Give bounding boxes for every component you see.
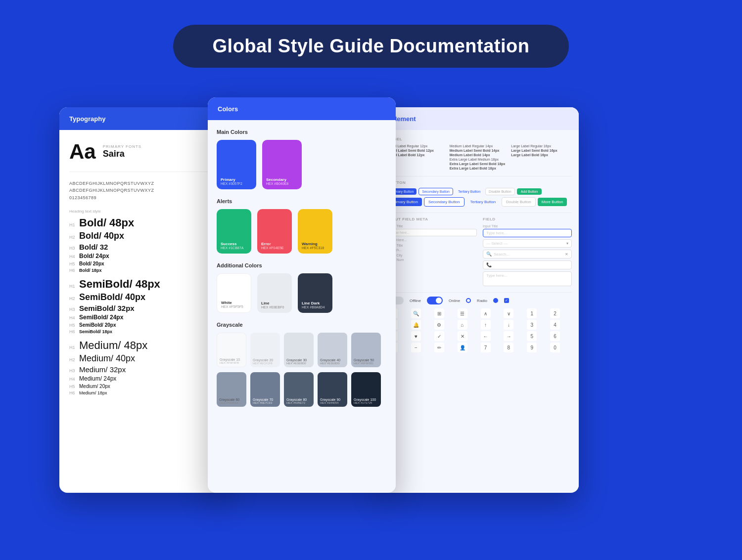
additional-colors-title: Additional Colors: [217, 262, 387, 268]
add-button-1[interactable]: Add Button: [517, 188, 542, 195]
icon-grid: ⊞: [434, 308, 444, 318]
gray-20: Grayscale 20 HEX #ECF1F8: [250, 333, 280, 367]
elements-card-header: Element: [381, 107, 579, 130]
icon-num-4: 4: [550, 320, 560, 330]
gray-30: Grayscale 30 HEX #E3E8D0: [284, 333, 314, 367]
icon-chevron-up: ∧: [481, 308, 491, 318]
toggle-on[interactable]: [427, 297, 443, 304]
input-title-field[interactable]: Type here...: [388, 229, 477, 236]
gray-80: Grayscale 80 HEX #505E72: [284, 372, 314, 407]
secondary-button-2[interactable]: Secondary Button: [424, 197, 464, 207]
icon-bell: 🔔: [411, 320, 421, 330]
font-alphabet: ABCDEFGHIJKLMNOPQRSTUVWXYZ ABCDEFGHIJKLM…: [69, 180, 218, 201]
icon-num-1: 1: [527, 308, 537, 318]
icon-edit: ✏: [434, 343, 444, 352]
typography-card-header: Typography: [59, 107, 228, 130]
labels-section: LABEL Small Label Regular 12px Medium La…: [388, 137, 572, 170]
icon-home: ⌂: [458, 320, 467, 330]
tertiary-button-1[interactable]: Tertiary Button: [455, 188, 483, 195]
icon-arrow-left: ←: [481, 331, 491, 341]
primary-swatch: Primary HEX #3057F2: [217, 140, 256, 189]
cards-container: Typography Aa PRIMARY FONTS Saira ABCDEF…: [59, 92, 683, 498]
main-colors-row: Primary HEX #3057F2 Secondary HEX #B040E…: [217, 140, 387, 189]
icon-close: ✕: [458, 331, 467, 341]
icon-num-9: 9: [527, 343, 537, 352]
textarea-input[interactable]: Type here...: [483, 271, 572, 286]
icon-num-0: 0: [550, 343, 560, 352]
secondary-swatch: Secondary HEX #B040E8: [262, 140, 302, 189]
line-swatch: Line HEX #E8EBF0: [257, 273, 292, 313]
colors-content: Main Colors Primary HEX #3057F2 Secondar…: [208, 120, 396, 492]
warning-swatch: Warning HEX #F5C318: [298, 209, 332, 254]
elements-content: LABEL Small Label Regular 12px Medium La…: [381, 130, 579, 492]
icon-num-7: 7: [481, 343, 491, 352]
secondary-button-1[interactable]: Secondary Button: [418, 188, 453, 195]
double-button[interactable]: Double Button: [502, 197, 536, 207]
additional-colors-row: White HEX #F5F5F5 Line HEX #E8EBF0 Line …: [217, 273, 387, 313]
alerts-title: Alerts: [217, 198, 387, 204]
icon-person: 👤: [458, 343, 467, 352]
icon-num-5: 5: [527, 331, 537, 341]
icon-chevron-down: ∨: [504, 308, 513, 318]
buttons-section-label: BUTTON: [388, 180, 572, 185]
font-label: PRIMARY FONTS: [103, 144, 142, 149]
inputs-section: INPUT FIELD META Input Title Type here..…: [388, 217, 572, 286]
grayscale-row-1: Grayscale 10 HEX #F9F9FB Grayscale 20 HE…: [217, 333, 387, 367]
icons-section: 👤 🔍 ⊞ ☰ ∧ ∨ 1 2 🔒 🔔 ⚙ ⌂ ↑ ↓ 3 4 ★: [388, 308, 572, 352]
bold-headings: H1Bold/ 48px H2Bold/ 40px H3Bold/ 32 H4B…: [69, 216, 218, 273]
icon-check: ✓: [434, 331, 444, 341]
error-swatch: Error HEX #F04E5E: [257, 209, 292, 254]
font-aa: Aa: [69, 140, 96, 164]
typography-card-label: Typography: [69, 115, 105, 123]
grayscale-row-2: Grayscale 60 HEX #8A96AA Grayscale 70 HE…: [217, 372, 387, 407]
success-swatch: Success HEX #1CB87A: [217, 209, 251, 254]
icon-minus: −: [411, 343, 421, 352]
gray-10: Grayscale 10 HEX #F9F9FB: [217, 333, 246, 367]
typography-content: Aa PRIMARY FONTS Saira ABCDEFGHIJKLMNOPQ…: [59, 130, 228, 410]
page-title: Global Style Guide Documentation: [213, 36, 530, 57]
gray-40: Grayscale 40 HEX #E3E8D0: [318, 333, 347, 367]
font-info: PRIMARY FONTS Saira: [103, 144, 142, 159]
grayscale-title: Grayscale: [217, 322, 387, 328]
buttons-section: BUTTON Primary Button Secondary Button T…: [388, 180, 572, 207]
icon-num-6: 6: [550, 331, 560, 341]
search-input[interactable]: 🔍 Search... ✕: [483, 250, 572, 258]
icon-arrow-right: →: [504, 331, 513, 341]
disable-button-1[interactable]: Disable Button: [485, 188, 515, 195]
active-input[interactable]: Type here...: [483, 229, 572, 237]
elements-card: Element LABEL Small Label Regular 12px M…: [381, 107, 579, 493]
checkbox-checked[interactable]: ✓: [504, 298, 509, 303]
icon-list: ☰: [458, 308, 467, 318]
heading-section-label: Heading text style: [69, 209, 218, 214]
white-swatch: White HEX #F5F5F5: [217, 273, 251, 313]
select-input[interactable]: — Select — ▾: [483, 239, 572, 248]
semibold-headings: H1SemiBold/ 48px H2SemiBold/ 40px H3Semi…: [69, 278, 218, 334]
colors-card: Colors Main Colors Primary HEX #3057F2 S…: [208, 97, 396, 493]
icon-heart: ♥: [411, 331, 421, 341]
radio-filled[interactable]: [493, 298, 498, 303]
medium-headings: H1Medium/ 48px H2Medium/ 40px H3Medium/ …: [69, 339, 218, 395]
colors-card-label: Colors: [218, 105, 238, 113]
icon-num-3: 3: [527, 320, 537, 330]
tertiary-button-2[interactable]: Tertiary Button: [466, 198, 500, 206]
icon-input[interactable]: 📞: [483, 260, 572, 269]
line-dark-swatch: Line Dark HEX #B8A8D4: [298, 273, 332, 313]
gray-100: Grayscale 100 HEX #171725: [351, 372, 381, 407]
radio-empty[interactable]: [466, 298, 471, 303]
icon-settings: ⚙: [434, 320, 444, 330]
icon-num-2: 2: [550, 308, 560, 318]
icon-num-8: 8: [504, 343, 513, 352]
more-button[interactable]: More Button: [538, 198, 567, 206]
gray-70: Grayscale 70 HEX #6E7C93: [250, 372, 280, 407]
gray-50: Grayscale 50 HEX #8F9FBD: [351, 333, 381, 367]
font-name: Saira: [103, 149, 142, 159]
typography-card: Typography Aa PRIMARY FONTS Saira ABCDEF…: [59, 107, 228, 493]
main-colors-title: Main Colors: [217, 129, 387, 135]
gray-90: Grayscale 90 HEX #344054: [318, 372, 347, 407]
labels-section-label: LABEL: [388, 137, 572, 141]
alerts-row: Success HEX #1CB87A Error HEX #F04E5E Wa…: [217, 209, 387, 254]
input-meta-col: INPUT FIELD META Input Title Type here..…: [388, 217, 477, 286]
colors-card-header: Colors: [208, 97, 396, 120]
input-field-col: FIELD Input Title Type here... — Select …: [483, 217, 572, 286]
icon-arrow-up: ↑: [481, 320, 491, 330]
